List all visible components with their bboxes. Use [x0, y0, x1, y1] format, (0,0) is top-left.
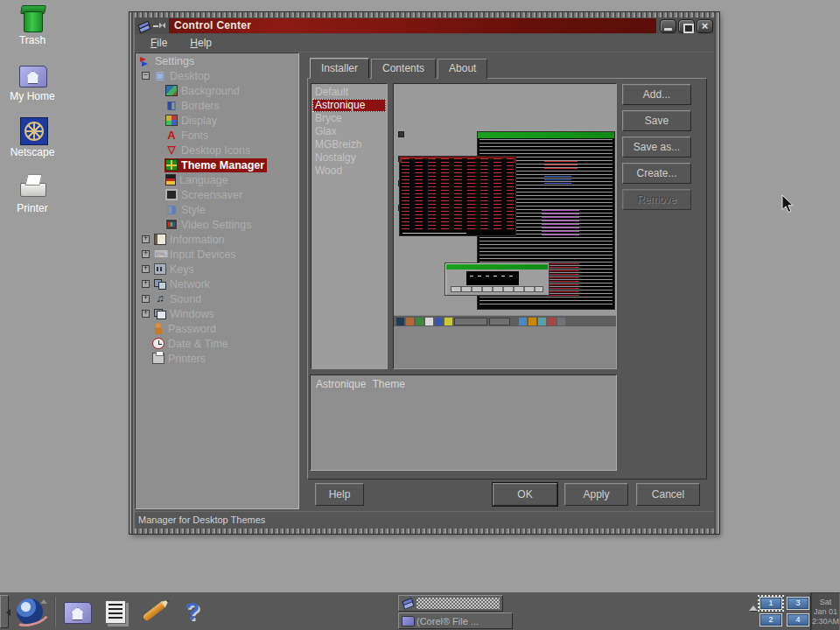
maximize-button[interactable] — [678, 19, 695, 33]
collapse-expander-icon[interactable]: − — [142, 72, 150, 80]
clock-time: 2:30AM — [812, 617, 839, 626]
tree-item-content: Desktop — [153, 69, 213, 83]
create-button[interactable]: Create... — [622, 163, 691, 184]
window-menu-icon[interactable] — [136, 20, 150, 32]
theme-manager-icon — [165, 159, 178, 171]
tree-item-display[interactable]: Display — [136, 113, 298, 128]
tree-item-keys[interactable]: +Keys — [136, 262, 298, 276]
pager-desktop-2[interactable]: 2 — [760, 613, 782, 626]
tree-item-borders[interactable]: Borders — [136, 98, 298, 113]
desktop-icon-netscape[interactable]: Netscape — [2, 116, 63, 158]
tree-item-settings[interactable]: Settings — [136, 53, 298, 68]
tree-item-content: Fonts — [164, 129, 211, 143]
panel-hide-handle[interactable] — [0, 595, 9, 628]
tree-item-video-settings[interactable]: Video Settings — [136, 217, 298, 232]
desktop-icon-my-home[interactable]: My Home — [2, 60, 63, 102]
tree-item-password[interactable]: Password — [136, 321, 298, 336]
theme-list: DefaultAstroniqueBryceGlaxMGBreizhNostal… — [311, 83, 388, 369]
theme-preview-panel — [393, 83, 617, 369]
preview-media-player — [444, 262, 550, 296]
help-button[interactable]: Help — [315, 483, 364, 506]
add-button[interactable]: Add... — [622, 84, 691, 105]
borders-icon — [165, 100, 178, 111]
theme-list-item-mgbreizh[interactable]: MGBreizh — [312, 138, 386, 151]
tree-item-content: Password — [151, 322, 219, 336]
tree-item-background[interactable]: Background — [136, 83, 298, 98]
tree-item-desktop-icons[interactable]: Desktop Icons — [136, 143, 298, 158]
terminal-launcher[interactable] — [100, 596, 131, 627]
cancel-button[interactable]: Cancel — [636, 483, 700, 506]
taskbar-task-1[interactable] — [398, 595, 503, 612]
sound-icon — [154, 293, 166, 304]
help-launcher[interactable]: ? — [177, 596, 208, 627]
netscape-icon — [17, 116, 48, 145]
pager-desktop-3[interactable]: 3 — [787, 597, 809, 610]
tree-item-desktop[interactable]: −Desktop — [136, 68, 298, 83]
taskbar: ? 1324 Sat Jan 01 2:30AM (Corel® File ..… — [0, 592, 840, 630]
window-body: Settings−DesktopBackgroundBordersDisplay… — [135, 52, 714, 511]
input-devices-icon — [154, 248, 166, 260]
expand-expander-icon[interactable]: + — [142, 265, 150, 273]
theme-list-item-nostalgy[interactable]: Nostalgy — [312, 151, 386, 164]
start-arrow-icon — [40, 596, 47, 604]
taskbar-task-2[interactable]: (Corel® File ... — [398, 612, 513, 629]
tree-item-date-time[interactable]: Date & Time — [136, 336, 298, 351]
close-button[interactable]: × — [696, 19, 713, 33]
apply-button[interactable]: Apply — [564, 483, 628, 506]
expand-expander-icon[interactable]: + — [142, 250, 150, 258]
theme-list-item-wood[interactable]: Wood — [312, 164, 386, 178]
desktop-icon-trash[interactable]: Trash — [2, 4, 63, 46]
help-icon: ? — [186, 598, 200, 625]
network-icon — [154, 278, 166, 290]
tree-item-sound[interactable]: +Sound — [136, 291, 298, 306]
save-button[interactable]: Save — [622, 110, 691, 131]
menu-help[interactable]: Help — [190, 37, 212, 49]
theme-description-box[interactable]: Astronique Theme — [310, 374, 617, 471]
tab-installer[interactable]: Installer — [310, 58, 369, 79]
theme-list-item-glax[interactable]: Glax — [312, 125, 386, 138]
tree-item-style[interactable]: Style — [136, 202, 298, 217]
terminal-icon — [105, 600, 126, 624]
preview-terminal-green-titlebar — [478, 132, 614, 138]
tree-item-fonts[interactable]: Fonts — [136, 128, 298, 143]
tab-contents[interactable]: Contents — [371, 59, 436, 79]
theme-list-item-bryce[interactable]: Bryce — [312, 112, 386, 125]
pager-arrow-icon[interactable] — [749, 601, 758, 611]
save-as-button[interactable]: Save as... — [622, 136, 691, 158]
tree-item-theme-manager[interactable]: Theme Manager — [136, 158, 298, 172]
theme-preview-image — [394, 84, 616, 326]
home-folder-launcher[interactable] — [61, 596, 93, 627]
dithered-task-text — [416, 598, 500, 609]
desktop-icon-label: Printer — [17, 202, 47, 214]
window-titlebar[interactable]: Control Center × — [135, 18, 714, 34]
expand-expander-icon[interactable]: + — [142, 235, 150, 243]
expand-expander-icon[interactable]: + — [142, 280, 150, 288]
menu-file[interactable]: File — [150, 37, 167, 49]
tree-item-language[interactable]: Language — [136, 172, 298, 187]
remove-button[interactable]: Remove — [622, 189, 691, 210]
tree-item-windows[interactable]: +Windows — [136, 306, 298, 321]
tree-item-printers[interactable]: Printers — [136, 351, 298, 366]
desktop-icon-printer[interactable]: Printer — [2, 172, 63, 214]
pager-desktop-1[interactable]: 1 — [760, 597, 782, 610]
start-menu-button[interactable] — [14, 596, 47, 627]
expand-expander-icon[interactable]: + — [142, 310, 150, 318]
pager-desktop-4[interactable]: 4 — [787, 613, 809, 626]
tree-item-network[interactable]: +Network — [136, 276, 298, 291]
expand-expander-icon[interactable]: + — [142, 295, 150, 303]
tree-item-input-devices[interactable]: +Input Devices — [136, 247, 298, 262]
pencil-launcher[interactable] — [138, 596, 170, 627]
tree-item-screensaver[interactable]: Screensaver — [136, 187, 298, 202]
clock-date: Jan 01 — [814, 607, 837, 617]
tab-about[interactable]: About — [438, 59, 487, 79]
minimize-button[interactable] — [660, 19, 676, 33]
menubar: FileHelp — [135, 34, 714, 52]
sticky-pin-icon[interactable] — [152, 20, 166, 32]
theme-list-item-astronique[interactable]: Astronique — [312, 99, 386, 112]
theme-list-item-default[interactable]: Default — [312, 86, 386, 99]
ok-button[interactable]: OK — [493, 483, 557, 506]
tree-item-information[interactable]: +Information — [136, 232, 298, 247]
preview-terminal-red — [399, 156, 516, 236]
start-globe-icon — [17, 598, 43, 625]
tree-item-content: Network — [153, 277, 213, 291]
